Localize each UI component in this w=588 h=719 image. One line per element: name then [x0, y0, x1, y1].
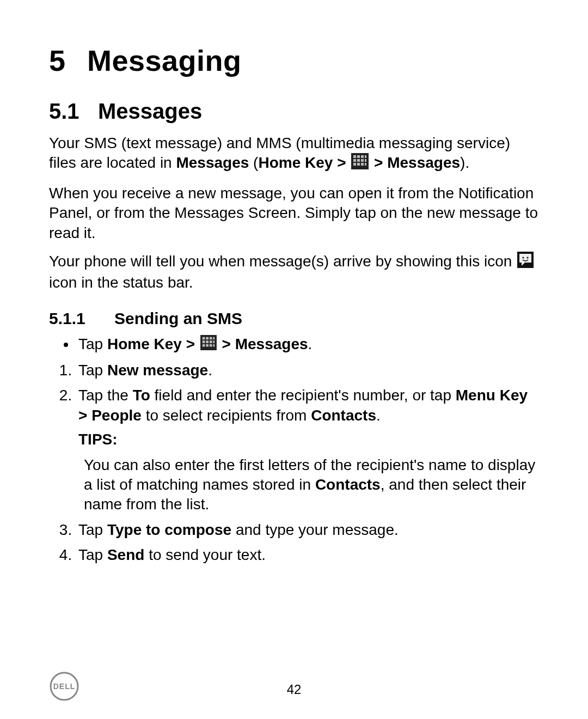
text: to select recipients from	[142, 407, 311, 424]
list-item: Tap Type to compose and type your messag…	[76, 520, 539, 540]
text: ).	[460, 154, 469, 171]
text-bold: Type to compose	[107, 521, 231, 538]
subsection-heading: 5.1.1Sending an SMS	[49, 309, 539, 328]
svg-point-14	[522, 257, 524, 258]
text: Your phone will tell you when message(s)…	[49, 253, 516, 270]
apps-grid-icon	[351, 153, 369, 174]
svg-rect-19	[210, 337, 212, 339]
manual-page: 5Messaging 5.1Messages Your SMS (text me…	[0, 0, 588, 719]
paragraph-2: When you receive a new message, you can …	[49, 184, 539, 243]
section-number: 5.1	[49, 99, 98, 124]
svg-point-15	[526, 257, 528, 258]
section-heading: 5.1Messages	[49, 99, 539, 124]
text: Tap	[78, 521, 107, 538]
text: field and enter the recipient's number, …	[150, 387, 456, 404]
section-title: Messages	[98, 99, 202, 123]
text-bold: Send	[107, 546, 144, 563]
list-item: Tap Home Key > > Messages.	[76, 334, 539, 355]
svg-rect-21	[203, 340, 205, 343]
svg-rect-23	[210, 340, 212, 343]
svg-rect-6	[357, 159, 360, 162]
svg-rect-17	[203, 337, 205, 339]
chapter-title: Messaging	[87, 44, 242, 77]
bullet-list: Tap Home Key > > Messages.	[49, 334, 539, 355]
svg-rect-4	[365, 155, 366, 158]
text-bold: > Messages	[370, 154, 460, 171]
list-item: Tap Send to send your text.	[76, 545, 539, 565]
svg-rect-11	[361, 163, 364, 166]
list-item: Tap the To field and enter the recipient…	[76, 386, 539, 514]
text: and type your message.	[231, 521, 399, 538]
text: Tap	[78, 336, 107, 352]
dell-logo-icon: DELL	[49, 671, 79, 704]
svg-rect-24	[213, 340, 215, 343]
sms-notification-icon	[517, 252, 534, 273]
text-bold: Messages	[176, 154, 249, 171]
text: Tap	[78, 546, 107, 563]
text: Tap	[78, 362, 107, 379]
text: icon in the status bar.	[49, 274, 193, 291]
text: .	[308, 336, 313, 352]
text-bold: Contacts	[315, 476, 381, 493]
svg-rect-9	[353, 163, 356, 166]
svg-rect-8	[365, 159, 366, 162]
svg-rect-12	[365, 163, 366, 166]
svg-rect-26	[206, 344, 209, 346]
svg-rect-28	[213, 344, 215, 346]
apps-grid-icon	[200, 335, 217, 355]
svg-rect-25	[203, 344, 205, 346]
tips-label: TIPS:	[78, 430, 539, 449]
svg-rect-18	[206, 337, 209, 339]
paragraph-3: Your phone will tell you when message(s)…	[49, 252, 539, 293]
subsection-number: 5.1.1	[49, 309, 114, 328]
svg-rect-7	[361, 159, 364, 162]
text-bold: New message	[107, 362, 208, 379]
text: (	[249, 154, 258, 171]
svg-rect-3	[361, 155, 364, 158]
svg-rect-5	[353, 159, 356, 162]
text-bold: Home Key >	[258, 154, 350, 171]
subsection-title: Sending an SMS	[114, 309, 242, 327]
svg-text:DELL: DELL	[53, 682, 76, 691]
svg-rect-1	[353, 155, 356, 158]
chapter-heading: 5Messaging	[49, 44, 539, 77]
tips-body: You can also enter the first letters of …	[84, 455, 539, 515]
text-bold: > Messages	[218, 336, 308, 352]
text: Tap the	[78, 387, 133, 404]
page-number: 42	[0, 682, 588, 697]
svg-rect-2	[357, 155, 360, 158]
paragraph-1: Your SMS (text message) and MMS (multime…	[49, 133, 539, 175]
svg-rect-27	[210, 344, 212, 346]
svg-rect-20	[213, 337, 215, 339]
text-bold: Contacts	[311, 407, 376, 424]
text: .	[376, 407, 381, 424]
text: .	[208, 362, 212, 379]
chapter-number: 5	[49, 44, 87, 77]
list-item: Tap New message.	[76, 361, 539, 380]
text-bold: Home Key >	[107, 336, 199, 352]
text-bold: To	[133, 387, 150, 404]
text: to send your text.	[144, 546, 266, 563]
svg-rect-10	[357, 163, 360, 166]
ordered-steps: Tap New message. Tap the To field and en…	[49, 361, 539, 565]
svg-rect-22	[206, 340, 209, 343]
